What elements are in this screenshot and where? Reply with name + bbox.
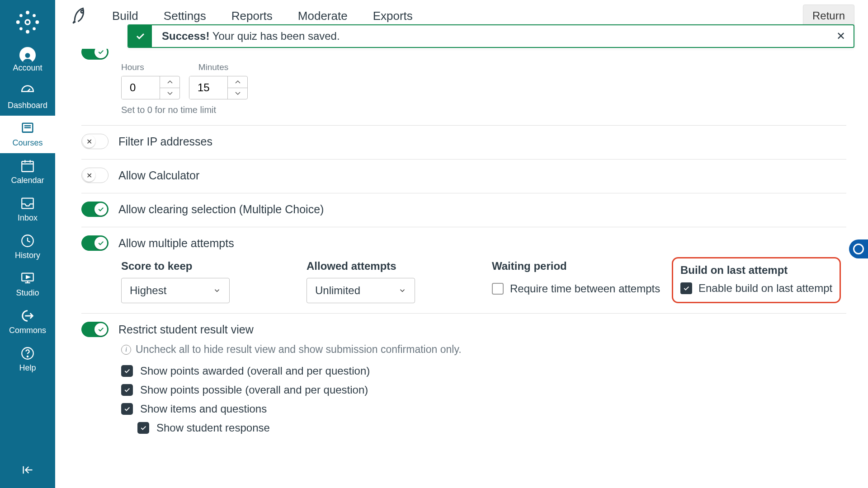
sidebar-label: Calendar <box>11 176 44 185</box>
svg-rect-22 <box>22 198 33 209</box>
tab-moderate[interactable]: Moderate <box>298 9 348 23</box>
score-to-keep-select[interactable]: Highest <box>121 278 230 303</box>
sidebar-item-help[interactable]: Help <box>0 341 55 378</box>
info-text: Uncheck all to hide result view and show… <box>136 343 462 356</box>
main-area: Build Settings Reports Moderate Exports … <box>55 0 868 488</box>
sidebar-item-inbox[interactable]: Inbox <box>0 191 55 228</box>
select-value: Unlimited <box>315 284 360 297</box>
hours-up[interactable] <box>160 76 180 88</box>
return-button[interactable]: Return <box>803 5 854 27</box>
settings-content: Time limit Hours Minutes S <box>81 49 846 488</box>
minutes-input[interactable] <box>189 76 227 99</box>
avatar-icon <box>19 47 36 63</box>
sidebar-item-calendar[interactable]: Calendar <box>0 153 55 191</box>
row-allow-calculator: Allow Calculator <box>81 159 846 193</box>
time-limit-hint: Set to 0 for no time limit <box>121 105 846 115</box>
sidebar-item-account[interactable]: Account <box>0 42 55 78</box>
checkbox-label: Show student response <box>156 422 270 434</box>
sidebar-label: Inbox <box>18 213 38 223</box>
svg-point-1 <box>26 30 29 33</box>
svg-point-5 <box>33 14 36 17</box>
hours-down[interactable] <box>160 88 180 99</box>
sidebar-item-history[interactable]: History <box>0 228 55 266</box>
sidebar-label: Dashboard <box>8 101 47 110</box>
sidebar-item-courses[interactable]: Courses <box>0 116 55 153</box>
chevron-down-icon <box>213 286 221 295</box>
chevron-down-icon <box>398 286 406 295</box>
tab-build[interactable]: Build <box>112 9 138 23</box>
minutes-up[interactable] <box>228 76 248 88</box>
show-items-checkbox[interactable] <box>121 403 133 415</box>
sidebar-label: Help <box>19 363 36 373</box>
show-student-response-checkbox[interactable] <box>137 422 149 434</box>
commons-icon <box>19 308 36 324</box>
enable-build-checkbox[interactable] <box>680 282 692 294</box>
row-time-limit: Time limit Hours Minutes S <box>81 49 846 125</box>
svg-marker-25 <box>26 276 29 278</box>
checkbox-label: Show items and questions <box>140 403 267 415</box>
help-fab[interactable] <box>849 239 868 258</box>
svg-point-0 <box>26 11 29 14</box>
col-header: Score to keep <box>121 260 307 272</box>
build-on-last-attempt-highlight: Build on last attempt Enable build on la… <box>672 257 841 303</box>
collapse-nav-button[interactable] <box>0 455 55 488</box>
minutes-stepper[interactable] <box>189 76 248 99</box>
row-label: Restrict student result view <box>118 323 254 336</box>
col-header: Build on last attempt <box>680 264 832 277</box>
svg-point-4 <box>19 14 23 17</box>
select-value: Highest <box>130 284 166 297</box>
sidebar-item-commons[interactable]: Commons <box>0 303 55 341</box>
history-icon <box>19 233 36 249</box>
row-restrict-results: Restrict student result view i Uncheck a… <box>81 313 846 450</box>
svg-rect-15 <box>22 161 33 172</box>
col-header: Allowed attempts <box>307 260 492 272</box>
toggle-filter-ip[interactable] <box>81 134 108 149</box>
toggle-allow-clearing[interactable] <box>81 202 108 217</box>
sidebar-label: Courses <box>12 138 42 148</box>
hours-label: Hours <box>121 62 144 72</box>
svg-point-8 <box>25 20 30 24</box>
row-filter-ip: Filter IP addresses <box>81 125 846 159</box>
tab-settings[interactable]: Settings <box>164 9 206 23</box>
courses-icon <box>19 120 36 136</box>
sidebar-label: Commons <box>9 326 46 335</box>
toggle-restrict-results[interactable] <box>81 322 108 337</box>
toggle-allow-multiple[interactable] <box>81 235 108 251</box>
checkbox-label: Enable build on last attempt <box>698 282 832 295</box>
sidebar-label: History <box>15 251 40 260</box>
col-waiting-period: Waiting period Require time between atte… <box>492 260 672 303</box>
toggle-allow-calculator[interactable] <box>81 168 108 183</box>
row-allow-clearing: Allow clearing selection (Multiple Choic… <box>81 193 846 227</box>
minutes-down[interactable] <box>228 88 248 99</box>
success-check-icon <box>128 25 152 47</box>
svg-point-7 <box>33 27 36 30</box>
show-points-awarded-checkbox[interactable] <box>121 365 133 377</box>
sidebar-item-dashboard[interactable]: Dashboard <box>0 78 55 116</box>
hours-stepper[interactable] <box>121 76 180 99</box>
svg-point-30 <box>27 356 28 357</box>
col-header: Waiting period <box>492 260 672 272</box>
banner-close-button[interactable]: ✕ <box>836 30 845 42</box>
tab-exports[interactable]: Exports <box>373 9 413 23</box>
sidebar-item-studio[interactable]: Studio <box>0 266 55 303</box>
info-icon: i <box>121 345 131 355</box>
require-waiting-checkbox[interactable] <box>492 283 504 295</box>
col-allowed-attempts: Allowed attempts Unlimited <box>307 260 492 303</box>
show-points-possible-checkbox[interactable] <box>121 384 133 396</box>
row-label: Allow Calculator <box>118 169 199 182</box>
collapse-icon <box>21 464 34 476</box>
checkbox-label: Show points possible (overall and per qu… <box>140 384 368 396</box>
rocket-icon[interactable] <box>71 5 90 27</box>
allowed-attempts-select[interactable]: Unlimited <box>307 278 415 303</box>
studio-icon <box>19 270 36 286</box>
toggle-time-limit[interactable] <box>81 49 108 60</box>
sidebar-label: Studio <box>16 288 39 298</box>
sidebar-label: Account <box>13 63 42 73</box>
svg-point-2 <box>16 20 20 24</box>
row-label: Allow clearing selection (Multiple Choic… <box>118 203 324 216</box>
hours-input[interactable] <box>122 76 160 99</box>
tab-reports[interactable]: Reports <box>231 9 273 23</box>
restrict-info: i Uncheck all to hide result view and sh… <box>121 343 846 356</box>
col-score-to-keep: Score to keep Highest <box>121 260 307 303</box>
inbox-icon <box>19 195 36 211</box>
